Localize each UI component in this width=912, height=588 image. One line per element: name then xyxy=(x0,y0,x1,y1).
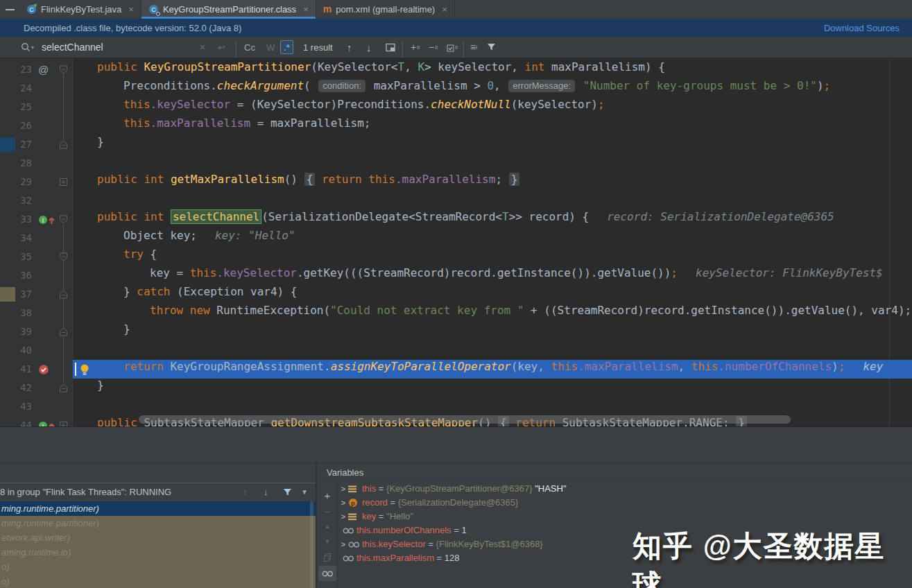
variable-row-this.numberOfChannels[interactable]: this.numberOfChannels = 1 xyxy=(338,524,467,537)
thread-header[interactable]: 8 in group "Flink Task Threads": RUNNING… xyxy=(0,483,316,501)
panel-gap xyxy=(0,426,912,462)
fold-marker[interactable] xyxy=(59,416,68,426)
stack-frame[interactable]: o) xyxy=(0,560,316,574)
line-number[interactable]: 35 xyxy=(0,248,32,266)
download-sources-link[interactable]: Download Sources xyxy=(824,23,900,33)
line-number[interactable]: 37 xyxy=(0,285,32,304)
implementing-method-icon[interactable]: I xyxy=(38,210,57,229)
frames-scrollbar[interactable] xyxy=(310,501,313,588)
expand-chevron-icon[interactable]: > xyxy=(338,496,348,510)
line-number[interactable]: 33 xyxy=(0,210,32,229)
variable-row-record[interactable]: >precord = {SerializationDelegate@6365} xyxy=(338,496,518,510)
fold-marker[interactable] xyxy=(59,60,68,79)
move-up-icon[interactable]: ▲ xyxy=(317,519,338,533)
words-toggle[interactable]: W xyxy=(266,37,275,58)
watch-icon xyxy=(343,528,356,534)
regex-toggle[interactable]: .* xyxy=(280,40,293,54)
add-occurrence-icon[interactable]: +II xyxy=(411,37,420,58)
line-number[interactable]: 34 xyxy=(0,229,32,248)
expand-chevron-icon[interactable]: > xyxy=(338,510,348,524)
filter-icon[interactable] xyxy=(487,37,496,58)
intention-bulb-icon[interactable] xyxy=(80,363,90,379)
line-number[interactable]: 25 xyxy=(0,98,32,116)
clear-icon[interactable]: × xyxy=(200,37,205,58)
move-down-icon[interactable]: ▼ xyxy=(317,535,338,548)
editor[interactable]: 23@public KeyGroupStreamPartitioner(KeyS… xyxy=(0,58,912,426)
line-number[interactable]: 24 xyxy=(0,79,32,98)
duplicate-icon[interactable] xyxy=(317,550,338,564)
fold-marker[interactable] xyxy=(59,135,68,154)
prev-frame-icon[interactable]: ↑ xyxy=(243,483,248,501)
fold-marker[interactable] xyxy=(59,210,68,229)
fold-marker[interactable] xyxy=(59,248,68,266)
fold-marker[interactable] xyxy=(59,173,68,191)
stack-frame[interactable]: o) xyxy=(0,574,316,588)
expand-chevron-icon[interactable]: > xyxy=(338,537,348,551)
implementing-method-icon[interactable]: I xyxy=(38,416,57,426)
code-text: this.maxParallelism = maxParallelism; xyxy=(123,116,370,130)
line-number[interactable]: 43 xyxy=(0,397,32,416)
line-number[interactable]: 23 xyxy=(0,60,32,79)
hide-frames-filter-icon[interactable] xyxy=(283,483,292,501)
editor-tabs: CFlinkKeyByTest.java×CKeyGroupStreamPart… xyxy=(19,0,455,19)
expand-chevron-icon[interactable]: > xyxy=(338,482,348,496)
add-watch-icon[interactable]: + xyxy=(317,488,338,502)
insert-newline-icon[interactable]: ↩ xyxy=(218,37,225,58)
line-number[interactable]: 36 xyxy=(0,266,32,285)
line-number[interactable]: 44 xyxy=(0,416,32,426)
stack-frame[interactable]: ming.runtime.partitioner) xyxy=(0,501,316,516)
line-number[interactable]: 38 xyxy=(0,304,32,322)
variable-row-key[interactable]: >key = "Hello" xyxy=(338,510,413,524)
line-number[interactable]: 39 xyxy=(0,322,32,341)
code-line-27: 27} xyxy=(0,135,912,154)
open-in-window-icon[interactable] xyxy=(386,37,395,58)
tab-bar: CFlinkKeyByTest.java×CKeyGroupStreamPart… xyxy=(0,0,912,19)
horizontal-scrollbar[interactable] xyxy=(139,415,791,424)
search-options-icon[interactable]: ≡I xyxy=(470,37,477,58)
variable-row-this.maxParallelism[interactable]: this.maxParallelism = 128 xyxy=(338,551,460,565)
close-icon[interactable]: × xyxy=(128,4,134,15)
stack-frame[interactable]: etwork.api.writer) xyxy=(0,530,316,545)
line-number[interactable]: 32 xyxy=(0,191,32,210)
line-number[interactable]: 41 xyxy=(0,360,32,379)
line-number[interactable]: 40 xyxy=(0,341,32,360)
code-text: return KeyGroupRangeAssignment.assignKey… xyxy=(123,360,883,373)
line-number[interactable]: 26 xyxy=(0,116,32,135)
variable-row-this[interactable]: >this = {KeyGroupStreamPartitioner@6367}… xyxy=(338,482,567,496)
tab-KeyGroupStreamPartitioner.class[interactable]: CKeyGroupStreamPartitioner.class× xyxy=(141,0,316,19)
variable-name: this xyxy=(362,482,376,496)
code-line-23: 23@public KeyGroupStreamPartitioner(KeyS… xyxy=(0,60,912,79)
dropdown-icon[interactable]: ▼ xyxy=(301,483,308,501)
line-number[interactable]: 42 xyxy=(0,379,32,397)
variable-row-this.keySelector[interactable]: >this.keySelector = {FlinkKeyByTest$1@63… xyxy=(338,537,543,551)
code-line-33: 33Ipublic int selectChannel(Serializatio… xyxy=(0,210,912,229)
tab-FlinkKeyByTest.java[interactable]: CFlinkKeyByTest.java× xyxy=(19,0,141,19)
menu-icon[interactable] xyxy=(0,0,19,19)
tab-pom.xml (gmall-realtime)[interactable]: mpom.xml (gmall-realtime)× xyxy=(316,0,455,19)
prev-occurrence-icon[interactable]: ↑ xyxy=(347,37,352,58)
remove-occurrence-icon[interactable]: −II xyxy=(429,37,438,58)
fold-marker[interactable] xyxy=(59,322,68,341)
variable-name: key xyxy=(362,510,376,524)
breakpoint-icon[interactable] xyxy=(38,360,49,379)
remove-watch-icon[interactable]: − xyxy=(317,504,338,518)
line-number[interactable]: 28 xyxy=(0,154,32,173)
code-line-25: 25this.keySelector = (KeySelector)Precon… xyxy=(0,98,912,116)
stack-frame[interactable]: aming.runtime.io) xyxy=(0,545,316,560)
match-case-toggle[interactable]: Cc xyxy=(244,37,255,58)
value-icon xyxy=(348,485,362,493)
line-number[interactable]: 29 xyxy=(0,173,32,191)
watches-toggle-icon[interactable] xyxy=(318,566,336,581)
line-number[interactable]: 27 xyxy=(0,135,32,154)
code-text: try { xyxy=(123,248,157,261)
search-input[interactable]: selectChannel xyxy=(42,37,103,58)
fold-marker[interactable] xyxy=(59,379,68,397)
next-occurrence-icon[interactable]: ↓ xyxy=(366,37,372,58)
fold-marker[interactable] xyxy=(59,285,68,304)
select-all-occurrences-icon[interactable]: II xyxy=(447,37,458,58)
svg-text:C: C xyxy=(29,6,34,13)
stack-frame[interactable]: ming.runtime.partitioner) xyxy=(0,516,316,530)
next-frame-icon[interactable]: ↓ xyxy=(264,483,268,501)
close-icon[interactable]: × xyxy=(442,4,447,15)
close-icon[interactable]: × xyxy=(303,4,309,15)
